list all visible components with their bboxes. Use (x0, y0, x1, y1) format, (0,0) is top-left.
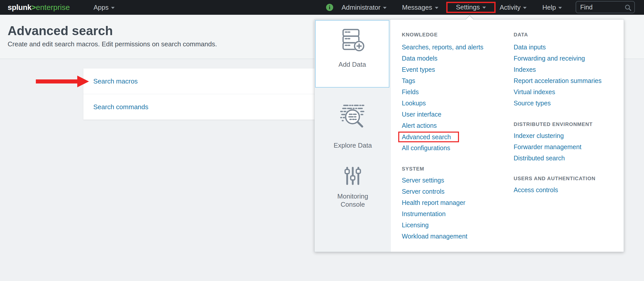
menu-item-event-types[interactable]: Event types (402, 66, 435, 73)
chevron-down-icon (482, 7, 486, 9)
menu-item: Indexes (514, 64, 623, 75)
menu-item-instrumentation[interactable]: Instrumentation (402, 210, 446, 217)
menu-item-virtual-indexes[interactable]: Virtual indexes (514, 88, 555, 95)
info-glyph: i (329, 4, 330, 10)
nav-apps-menu[interactable]: Apps (94, 0, 115, 15)
red-arrow-head (77, 76, 89, 87)
menu-item: Report acceleration summaries (514, 75, 623, 86)
menu-item-data-inputs[interactable]: Data inputs (514, 44, 546, 51)
logo-brand: splunk (8, 3, 32, 11)
menu-item: Health report manager (402, 197, 509, 208)
menu-item-access-controls[interactable]: Access controls (514, 186, 558, 193)
menu-item: Instrumentation (402, 208, 509, 219)
nav-activity-label: Activity (500, 4, 520, 11)
dropdown-notch-fill (466, 16, 474, 20)
info-icon[interactable]: i (326, 4, 333, 11)
menu-item: Virtual indexes (514, 86, 623, 97)
search-commands-link[interactable]: Search commands (93, 103, 148, 111)
monitoring-console-label: Monitoring Console (331, 192, 374, 208)
explore-data-label: Explore Data (315, 141, 391, 149)
menu-item-searches-reports-alerts[interactable]: Searches, reports, and alerts (402, 44, 483, 51)
explore-data-tile[interactable]: Explore Data (315, 104, 391, 149)
chevron-down-icon (558, 7, 562, 9)
nav-help-label: Help (542, 4, 556, 11)
menu-item: All configurations (402, 142, 509, 153)
settings-menu-dropdown: Add Data Explore Data (314, 19, 624, 252)
menu-item-all-configurations[interactable]: All configurations (402, 144, 450, 151)
menu-item-data-models[interactable]: Data models (402, 55, 437, 62)
nav-activity-menu[interactable]: Activity (500, 0, 527, 15)
top-navbar: splunk>enterprise Apps i Administrator M… (0, 0, 644, 15)
nav-administrator-label: Administrator (342, 4, 380, 11)
search-icon[interactable] (625, 4, 632, 11)
menu-item: Licensing (402, 219, 509, 231)
nav-administrator-menu[interactable]: Administrator (342, 0, 387, 15)
database-add-icon (340, 28, 365, 52)
section-distributed-environment: DISTRIBUTED ENVIRONMENT Indexer clusteri… (514, 121, 623, 164)
section-data: DATA Data inputs Forwarding and receivin… (514, 31, 623, 109)
nav-messages-menu[interactable]: Messages (402, 0, 438, 15)
chevron-down-icon (523, 7, 527, 9)
add-data-label: Add Data (339, 60, 366, 68)
menu-item: Access controls (514, 184, 623, 195)
nav-settings-menu[interactable]: Settings (448, 3, 494, 12)
menu-item-forwarder-management[interactable]: Forwarder management (514, 143, 581, 150)
find-search-box (576, 1, 635, 13)
section-header-distributed-environment: DISTRIBUTED ENVIRONMENT (514, 121, 623, 128)
menu-item-tags[interactable]: Tags (402, 77, 415, 84)
add-data-tile[interactable]: Add Data (315, 20, 389, 88)
menu-item-workload-management[interactable]: Workload management (402, 233, 467, 240)
dropdown-icon-column: Add Data Explore Data (315, 20, 391, 252)
menu-item-indexer-clustering[interactable]: Indexer clustering (514, 132, 564, 139)
menu-item-lookups[interactable]: Lookups (402, 100, 426, 107)
menu-item: Forwarder management (514, 141, 623, 152)
menu-item-user-interface[interactable]: User interface (402, 111, 441, 118)
nav-messages-label: Messages (402, 4, 432, 11)
menu-item-health-report-manager[interactable]: Health report manager (402, 199, 465, 206)
menu-item-licensing[interactable]: Licensing (402, 221, 429, 229)
menu-item: Workload management (402, 231, 509, 242)
menu-item: Indexer clustering (514, 130, 623, 141)
menu-item-distributed-search[interactable]: Distributed search (514, 154, 565, 162)
monitoring-console-icon (344, 166, 361, 186)
section-users-authentication: USERS AND AUTHENTICATION Access controls (514, 175, 623, 195)
menu-item-source-types[interactable]: Source types (514, 100, 551, 107)
menu-item: User interface (402, 109, 509, 120)
find-search-input[interactable] (576, 2, 626, 13)
splunk-logo[interactable]: splunk>enterprise (8, 0, 70, 15)
chevron-down-icon (435, 7, 438, 9)
nav-help-menu[interactable]: Help (542, 0, 562, 15)
nav-settings-label: Settings (456, 3, 480, 11)
menu-item: Data inputs (514, 41, 623, 53)
menu-item-forwarding-receiving[interactable]: Forwarding and receiving (514, 55, 585, 62)
section-knowledge: KNOWLEDGE Searches, reports, and alerts … (402, 31, 509, 153)
settings-red-highlight-box: Settings (446, 2, 496, 13)
logo-product: enterprise (36, 3, 70, 11)
menu-item-advanced-search[interactable]: Advanced search (398, 132, 459, 142)
section-header-data: DATA (514, 31, 623, 38)
menu-item: Searches, reports, and alerts (402, 41, 509, 53)
menu-item: Fields (402, 86, 509, 97)
menu-item-indexes[interactable]: Indexes (514, 66, 536, 73)
menu-item-report-acceleration-summaries[interactable]: Report acceleration summaries (514, 77, 602, 84)
monitoring-console-tile[interactable]: Monitoring Console (315, 166, 391, 208)
logo-separator: > (32, 3, 36, 11)
section-system: SYSTEM Server settings Server controls H… (402, 165, 509, 242)
menu-item-server-controls[interactable]: Server controls (402, 188, 444, 195)
chevron-down-icon (383, 7, 387, 9)
menu-item-fields[interactable]: Fields (402, 88, 419, 95)
menu-item: Forwarding and receiving (514, 53, 623, 64)
explore-data-icon (339, 104, 366, 130)
section-header-users-authentication: USERS AND AUTHENTICATION (514, 175, 623, 182)
section-header-knowledge: KNOWLEDGE (402, 31, 509, 38)
menu-item: Server settings (402, 175, 509, 186)
menu-item: Source types (514, 97, 623, 109)
menu-item: Lookups (402, 97, 509, 109)
search-macros-link[interactable]: Search macros (93, 77, 138, 85)
chevron-down-icon (111, 7, 115, 9)
menu-item: Alert actions (402, 120, 509, 131)
menu-item-alert-actions[interactable]: Alert actions (402, 122, 437, 129)
menu-item: Data models (402, 53, 509, 64)
menu-item: Event types (402, 64, 509, 75)
menu-item-server-settings[interactable]: Server settings (402, 177, 444, 184)
